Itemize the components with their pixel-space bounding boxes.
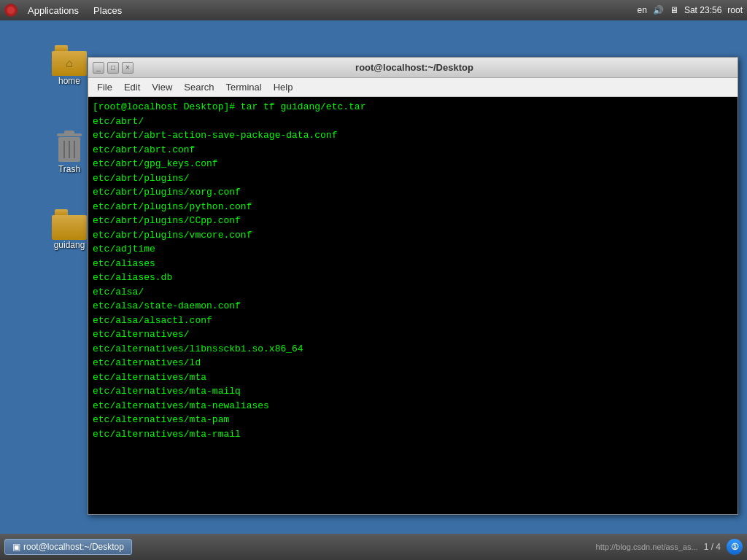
taskbar-page: 1 / 4 [704,542,721,552]
svg-point-0 [7,7,15,14]
taskbar-notification[interactable]: ① [727,539,743,555]
menu-search[interactable]: Search [178,80,220,94]
menu-help[interactable]: Help [268,80,299,94]
fedora-logo-icon[interactable] [4,4,18,17]
user-indicator: root [727,5,743,15]
minimize-button[interactable]: _ [93,62,104,74]
window-title: root@localhost:~/Desktop [133,62,695,73]
top-panel: Applications Places en 🔊 🖥 Sat 23:56 roo… [0,0,747,20]
terminal-taskbar-icon: ▣ [12,542,20,552]
trash-icon-label: Trash [58,164,80,174]
audio-icon[interactable]: 🔊 [653,5,664,15]
home-icon-label: home [58,76,80,86]
lang-indicator: en [638,5,647,15]
taskbar-right: http://blog.csdn.net/ass_as... 1 / 4 ① [596,539,743,555]
window-titlebar: _ □ × root@localhost:~/Desktop [88,58,738,78]
menu-file[interactable]: File [91,80,118,94]
display-icon[interactable]: 🖥 [670,5,678,15]
window-controls: _ □ × [93,62,133,74]
menu-view[interactable]: View [146,80,178,94]
guidang-folder-icon [52,209,87,240]
terminal-output[interactable]: [root@localhost Desktop]# tar tf guidang… [88,97,738,514]
taskbar: ▣ root@localhost:~/Desktop http://blog.c… [0,534,747,560]
menu-terminal[interactable]: Terminal [220,80,268,94]
top-panel-left: Applications Places [4,4,128,18]
applications-menu[interactable]: Applications [22,4,85,18]
desktop: ⌂ home Trash guidang _ [0,20,747,534]
svg-rect-2 [64,131,74,134]
terminal-menubar: File Edit View Search Terminal Help [88,78,738,97]
terminal-window: _ □ × root@localhost:~/Desktop File Edit… [88,57,738,515]
taskbar-terminal-item[interactable]: ▣ root@localhost:~/Desktop [4,539,132,555]
taskbar-terminal-label: root@localhost:~/Desktop [23,542,124,552]
guidang-icon-label: guidang [54,240,85,250]
places-menu[interactable]: Places [88,4,128,18]
top-panel-right: en 🔊 🖥 Sat 23:56 root [638,5,743,15]
close-button[interactable]: × [122,62,133,74]
taskbar-left: ▣ root@localhost:~/Desktop [4,539,132,555]
maximize-button[interactable]: □ [107,62,119,74]
taskbar-url: http://blog.csdn.net/ass_as... [596,542,698,551]
menu-edit[interactable]: Edit [118,80,146,94]
trash-icon [54,129,85,164]
home-folder-icon: ⌂ [52,45,87,76]
clock: Sat 23:56 [684,5,721,15]
